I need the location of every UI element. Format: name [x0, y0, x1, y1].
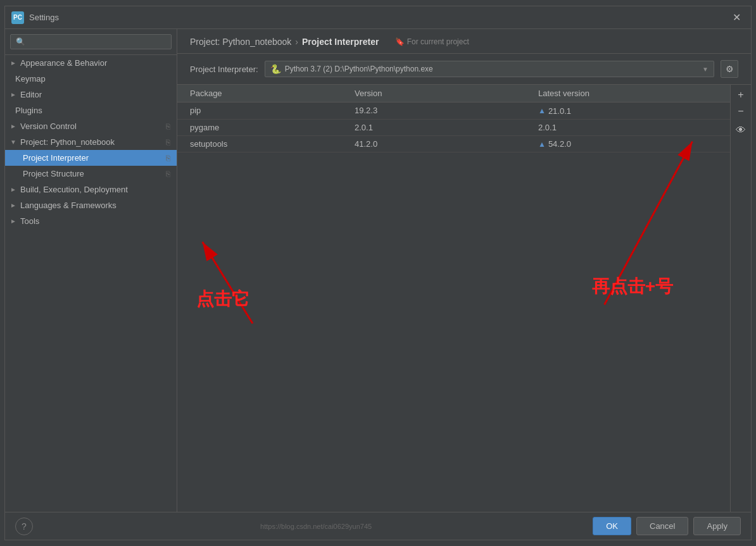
nav-item-label: Project Interpreter: [23, 153, 89, 163]
table-body: pip19.2.3▲ 21.0.1pygame2.0.12.0.1setupto…: [177, 102, 730, 512]
nav-arrow-icon: ►: [10, 59, 16, 66]
nav-item-label: Project Structure: [23, 169, 84, 178]
remove-package-button[interactable]: −: [733, 104, 748, 119]
title-bar: PC Settings ✕: [5, 6, 751, 29]
interpreter-value: Python 3.7 (2) D:\Python\Python\python.e…: [285, 65, 702, 73]
sidebar-item-tools[interactable]: ►Tools: [5, 213, 177, 229]
interpreter-row: Project Interpreter: 🐍 Python 3.7 (2) D:…: [177, 54, 751, 85]
help-button[interactable]: ?: [15, 518, 33, 535]
update-badge: ▲ 21.0.1: [538, 106, 571, 116]
sidebar-item-build-execution[interactable]: ►Build, Execution, Deployment: [5, 182, 177, 197]
package-latest-version: 2.0.1: [532, 123, 730, 132]
sidebar-item-plugins[interactable]: Plugins: [5, 102, 177, 118]
python-icon: 🐍: [270, 64, 281, 74]
nav-item-label: Languages & Frameworks: [20, 201, 117, 210]
nav-item-label: Tools: [20, 216, 39, 226]
close-button[interactable]: ✕: [729, 10, 745, 25]
apply-button[interactable]: Apply: [693, 517, 741, 535]
sidebar-item-editor[interactable]: ►Editor: [5, 87, 177, 102]
package-version: 41.2.0: [348, 139, 532, 149]
col-header-package: Package: [177, 89, 348, 98]
bottom-bar: ? https://blog.csdn.net/cai0629yun745 OK…: [5, 512, 751, 540]
sidebar: ►Appearance & BehaviorKeymap►EditorPlugi…: [5, 29, 177, 512]
search-box: [5, 29, 177, 55]
copy-icon: ⎘: [166, 170, 170, 178]
cancel-button[interactable]: Cancel: [636, 517, 688, 535]
package-version: 2.0.1: [348, 123, 532, 132]
sidebar-item-appearance[interactable]: ►Appearance & Behavior: [5, 55, 177, 71]
eye-button[interactable]: 👁: [733, 123, 748, 138]
sidebar-item-version-control[interactable]: ►Version Control⎘: [5, 118, 177, 134]
sidebar-item-languages[interactable]: ►Languages & Frameworks: [5, 197, 177, 213]
sidebar-item-project-python[interactable]: ▼Project: Python_notebook⎘: [5, 134, 177, 150]
dialog-body: ►Appearance & BehaviorKeymap►EditorPlugi…: [5, 29, 751, 512]
package-latest-version: ▲ 21.0.1: [532, 106, 730, 116]
pc-icon: PC: [11, 11, 24, 24]
interpreter-label: Project Interpreter:: [190, 65, 258, 74]
dropdown-arrow-icon: ▼: [702, 66, 709, 73]
nav-item-label: Project: Python_notebook: [20, 137, 115, 147]
breadcrumb-bar: Project: Python_notebook › Project Inter…: [177, 29, 751, 54]
table-row[interactable]: setuptools41.2.0▲ 54.2.0: [177, 136, 730, 153]
copy-icon: ⎘: [166, 122, 170, 131]
breadcrumb-current: Project Interpreter: [302, 37, 379, 47]
nav-arrow-icon: ►: [10, 91, 16, 98]
copy-icon: ⎘: [166, 154, 170, 163]
nav-item-label: Build, Execution, Deployment: [20, 185, 128, 194]
nav-list: ►Appearance & BehaviorKeymap►EditorPlugi…: [5, 55, 177, 229]
breadcrumb-project: Project: Python_notebook: [190, 37, 291, 47]
sidebar-item-project-structure[interactable]: Project Structure⎘: [5, 166, 177, 182]
package-latest-version: ▲ 54.2.0: [532, 139, 730, 149]
nav-arrow-icon: ►: [10, 123, 16, 130]
nav-item-label: Appearance & Behavior: [20, 58, 107, 68]
title-bar-left: PC Settings: [11, 11, 59, 24]
main-content: Project: Python_notebook › Project Inter…: [177, 29, 751, 512]
table-actions: + − 👁: [730, 85, 751, 512]
ok-button[interactable]: OK: [593, 517, 631, 535]
col-header-version: Version: [348, 89, 532, 98]
table-row[interactable]: pygame2.0.12.0.1: [177, 120, 730, 136]
nav-item-label: Editor: [20, 90, 42, 99]
nav-item-label: Plugins: [15, 106, 42, 115]
nav-arrow-icon: ▼: [10, 139, 16, 146]
table-header: Package Version Latest version: [177, 85, 730, 102]
dialog-title: Settings: [29, 13, 59, 22]
table-row[interactable]: pip19.2.3▲ 21.0.1: [177, 102, 730, 120]
update-arrow-icon: ▲: [538, 106, 546, 115]
breadcrumb-subtitle: For current project: [395, 37, 469, 46]
nav-arrow-icon: ►: [10, 186, 16, 193]
url-hint: https://blog.csdn.net/cai0629yun745: [260, 523, 372, 530]
settings-dialog: PC Settings ✕ ►Appearance & BehaviorKeym…: [4, 6, 752, 540]
nav-item-label: Keymap: [15, 74, 46, 84]
package-area: Package Version Latest version pip19.2.3…: [177, 85, 730, 512]
gear-button[interactable]: ⚙: [721, 60, 738, 78]
nav-item-label: Version Control: [20, 121, 77, 131]
package-name: setuptools: [177, 139, 348, 149]
update-badge: ▲ 54.2.0: [538, 139, 571, 149]
add-package-button[interactable]: +: [733, 87, 748, 102]
interpreter-select[interactable]: 🐍 Python 3.7 (2) D:\Python\Python\python…: [265, 61, 714, 77]
nav-arrow-icon: ►: [10, 218, 16, 225]
package-name: pygame: [177, 123, 348, 132]
search-input[interactable]: [10, 34, 172, 49]
sidebar-item-keymap[interactable]: Keymap: [5, 71, 177, 87]
update-arrow-icon: ▲: [538, 140, 546, 149]
nav-arrow-icon: ►: [10, 202, 16, 209]
copy-icon: ⎘: [166, 138, 170, 147]
sidebar-item-project-interpreter[interactable]: Project Interpreter⎘: [5, 150, 177, 166]
package-version: 19.2.3: [348, 106, 532, 115]
package-name: pip: [177, 106, 348, 115]
col-header-latest: Latest version: [532, 89, 730, 98]
breadcrumb-separator: ›: [295, 37, 298, 47]
